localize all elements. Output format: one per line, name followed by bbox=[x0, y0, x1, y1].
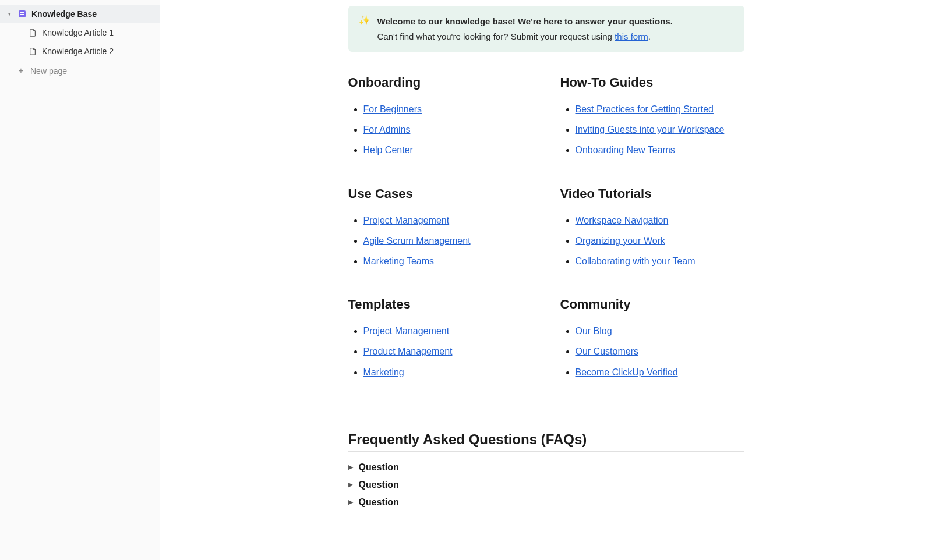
section-title: Templates bbox=[348, 297, 532, 316]
banner-sub-prefix: Can't find what you're looking for? Subm… bbox=[377, 31, 615, 41]
section-howto: How-To Guides Best Practices for Getting… bbox=[560, 75, 744, 163]
list-item: Our Blog bbox=[576, 323, 744, 339]
list-item: Our Customers bbox=[576, 343, 744, 359]
faq-item[interactable]: ▶ Question bbox=[348, 494, 744, 511]
list-item: Project Management bbox=[363, 323, 532, 339]
section-title: Video Tutorials bbox=[560, 186, 744, 205]
document-icon bbox=[28, 28, 37, 37]
section-link[interactable]: Our Blog bbox=[576, 326, 612, 336]
banner-text: Welcome to our knowledge base! We're her… bbox=[377, 14, 673, 44]
section-community: Community Our Blog Our Customers Become … bbox=[560, 297, 744, 385]
faq-question: Question bbox=[359, 462, 399, 473]
plus-icon: + bbox=[16, 66, 26, 76]
section-link[interactable]: Organizing your Work bbox=[576, 236, 665, 246]
faq-title: Frequently Asked Questions (FAQs) bbox=[348, 431, 744, 452]
list-item: Inviting Guests into your Workspace bbox=[576, 122, 744, 137]
sparkle-icon: ✨ bbox=[359, 14, 370, 27]
banner-headline: Welcome to our knowledge base! We're her… bbox=[377, 16, 673, 26]
sidebar-root-label: Knowledge Base bbox=[31, 9, 97, 19]
section-link[interactable]: Workspace Navigation bbox=[576, 215, 669, 225]
section-link[interactable]: Product Management bbox=[363, 346, 453, 356]
sidebar: ▾ Knowledge Base Knowledge Article 1 Kno… bbox=[0, 0, 160, 560]
list-item: Product Management bbox=[363, 343, 532, 359]
document-icon bbox=[28, 47, 37, 56]
list-item: For Beginners bbox=[363, 101, 532, 117]
section-link[interactable]: Marketing bbox=[363, 367, 404, 377]
list-item: Collaborating with your Team bbox=[576, 253, 744, 269]
knowledge-base-icon bbox=[17, 9, 27, 19]
faq-item[interactable]: ▶ Question bbox=[348, 476, 744, 494]
banner-sub-suffix: . bbox=[648, 31, 651, 41]
sidebar-new-page[interactable]: + New page bbox=[0, 62, 160, 80]
section-title: Onboarding bbox=[348, 75, 532, 94]
list-item: Onboarding New Teams bbox=[576, 142, 744, 158]
section-onboarding: Onboarding For Beginners For Admins Help… bbox=[348, 75, 532, 163]
section-link[interactable]: Collaborating with your Team bbox=[576, 256, 696, 266]
list-item: Organizing your Work bbox=[576, 233, 744, 249]
svg-rect-2 bbox=[20, 14, 24, 15]
list-item: Workspace Navigation bbox=[576, 212, 744, 228]
section-link[interactable]: For Beginners bbox=[363, 104, 422, 114]
section-link[interactable]: Onboarding New Teams bbox=[576, 145, 675, 155]
section-templates: Templates Project Management Product Man… bbox=[348, 297, 532, 385]
sidebar-item-label: Knowledge Article 2 bbox=[42, 47, 114, 56]
section-link[interactable]: Marketing Teams bbox=[363, 256, 435, 266]
section-link[interactable]: Project Management bbox=[363, 215, 450, 225]
triangle-right-icon: ▶ bbox=[348, 498, 353, 506]
list-item: Help Center bbox=[363, 142, 532, 158]
svg-rect-1 bbox=[20, 12, 24, 13]
section-link[interactable]: Project Management bbox=[363, 326, 450, 336]
list-item: Marketing Teams bbox=[363, 253, 532, 269]
list-item: Agile Scrum Management bbox=[363, 233, 532, 249]
sidebar-item-knowledge-base[interactable]: ▾ Knowledge Base bbox=[0, 5, 160, 23]
section-title: Community bbox=[560, 297, 744, 316]
triangle-right-icon: ▶ bbox=[348, 463, 353, 471]
list-item: Become ClickUp Verified bbox=[576, 364, 744, 380]
section-link[interactable]: Help Center bbox=[363, 145, 413, 155]
faq-question: Question bbox=[359, 480, 399, 490]
section-title: How-To Guides bbox=[560, 75, 744, 94]
section-link[interactable]: Our Customers bbox=[576, 346, 638, 356]
new-page-label: New page bbox=[30, 66, 67, 76]
main-content: ✨ Welcome to our knowledge base! We're h… bbox=[160, 0, 932, 560]
section-title: Use Cases bbox=[348, 186, 532, 205]
chevron-down-icon: ▾ bbox=[8, 11, 16, 17]
sidebar-item-article-2[interactable]: Knowledge Article 2 bbox=[0, 42, 160, 61]
faq-section: Frequently Asked Questions (FAQs) ▶ Ques… bbox=[348, 431, 744, 511]
section-link[interactable]: Become ClickUp Verified bbox=[576, 367, 678, 377]
section-link[interactable]: For Admins bbox=[363, 125, 411, 134]
list-item: Marketing bbox=[363, 364, 532, 380]
faq-item[interactable]: ▶ Question bbox=[348, 459, 744, 476]
banner-form-link[interactable]: this form bbox=[615, 31, 648, 41]
sections-grid: Onboarding For Beginners For Admins Help… bbox=[348, 75, 744, 385]
section-usecases: Use Cases Project Management Agile Scrum… bbox=[348, 186, 532, 274]
section-link[interactable]: Agile Scrum Management bbox=[363, 236, 471, 246]
list-item: Best Practices for Getting Started bbox=[576, 101, 744, 117]
section-link[interactable]: Inviting Guests into your Workspace bbox=[576, 125, 725, 134]
section-link[interactable]: Best Practices for Getting Started bbox=[576, 104, 714, 114]
triangle-right-icon: ▶ bbox=[348, 481, 353, 488]
section-video: Video Tutorials Workspace Navigation Org… bbox=[560, 186, 744, 274]
faq-question: Question bbox=[359, 497, 399, 508]
list-item: For Admins bbox=[363, 122, 532, 137]
sidebar-item-label: Knowledge Article 1 bbox=[42, 28, 114, 37]
welcome-banner: ✨ Welcome to our knowledge base! We're h… bbox=[348, 6, 744, 52]
list-item: Project Management bbox=[363, 212, 532, 228]
sidebar-item-article-1[interactable]: Knowledge Article 1 bbox=[0, 23, 160, 42]
